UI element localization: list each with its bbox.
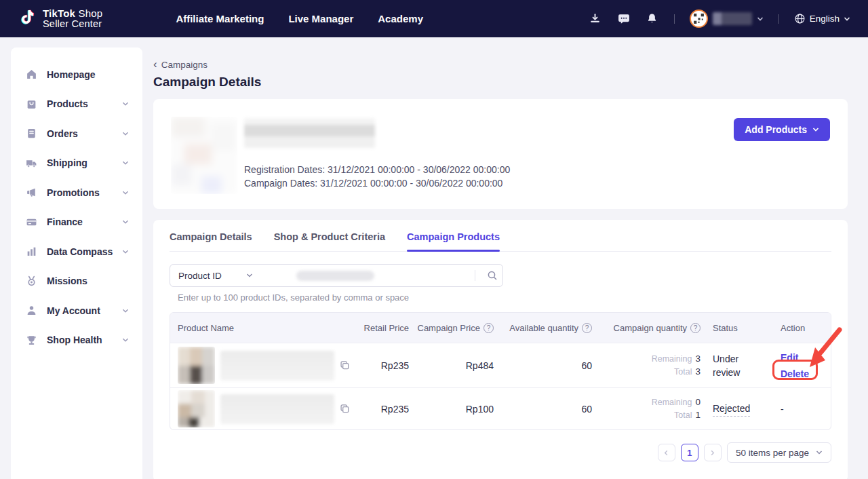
- avatar: [690, 9, 708, 28]
- campaign-price: Rp100: [409, 404, 494, 415]
- campaign-quantity: Remaining3 Total3: [592, 353, 701, 377]
- pagination: 1 50 items per page: [170, 442, 831, 463]
- tiktok-shop-logo[interactable]: TikTok Shop Seller Center: [18, 7, 102, 30]
- chevron-down-icon: [122, 337, 129, 343]
- product-thumbnail-blur: [178, 347, 215, 384]
- breadcrumb-campaigns: Campaigns: [161, 60, 208, 70]
- edit-link[interactable]: Edit: [781, 350, 798, 365]
- divider: [778, 14, 779, 24]
- help-icon[interactable]: ?: [690, 323, 701, 333]
- next-page-button[interactable]: [704, 444, 722, 461]
- sidebar-item-products[interactable]: Products: [11, 90, 142, 119]
- chevron-down-icon: [122, 100, 129, 107]
- search-row: Product ID Enter up to 100 product IDs, …: [170, 264, 831, 303]
- chevron-right-icon: [709, 450, 715, 456]
- chevron-down-icon: [122, 159, 129, 166]
- status-cell: Rejected: [701, 402, 762, 417]
- nav-academy[interactable]: Academy: [378, 13, 423, 24]
- language-switcher[interactable]: English: [794, 13, 850, 24]
- campaign-summary-card: Registration Dates: 31/12/2021 00:00:00 …: [153, 99, 848, 209]
- main-content: ‹ Campaigns Campaign Details Registratio…: [153, 47, 848, 479]
- sidebar-item-finance[interactable]: Finance: [11, 208, 142, 237]
- table-row: Rp235 Rp100 60 Remaining0 Total1 Rejecte…: [170, 387, 831, 429]
- search-button[interactable]: [482, 265, 502, 286]
- help-icon[interactable]: ?: [484, 323, 494, 333]
- table-row: Rp235 Rp484 60 Remaining3 Total3 Under r…: [170, 343, 831, 387]
- col-campaign-price: Campaign Price?: [409, 323, 494, 333]
- copy-icon[interactable]: [340, 360, 350, 370]
- chevron-down-icon: [812, 126, 819, 133]
- sidebar: Homepage Products Orders Shipping Promot…: [11, 47, 142, 479]
- home-icon: [26, 69, 37, 80]
- action-cell: Edit Delete: [762, 350, 831, 381]
- status-cell: Under review: [701, 352, 762, 379]
- username-redacted: [713, 12, 752, 25]
- tab-campaign-products[interactable]: Campaign Products: [407, 231, 500, 251]
- copy-icon[interactable]: [340, 404, 350, 414]
- col-available-quantity: Available quantity?: [494, 323, 592, 333]
- logo-text: TikTok Shop Seller Center: [43, 8, 102, 29]
- sidebar-item-shipping[interactable]: Shipping: [11, 149, 142, 178]
- page-number-button[interactable]: 1: [681, 444, 698, 461]
- chevron-down-icon: [122, 189, 129, 196]
- nav-affiliate-marketing[interactable]: Affiliate Marketing: [176, 13, 264, 24]
- page-size-select[interactable]: 50 items per page: [727, 442, 831, 463]
- tab-shop-product-criteria[interactable]: Shop & Product Criteria: [274, 231, 385, 251]
- col-status: Status: [701, 323, 762, 333]
- orders-icon: [26, 128, 37, 139]
- sidebar-item-missions[interactable]: Missions: [11, 267, 142, 296]
- search-filter-select[interactable]: Product ID: [170, 271, 256, 281]
- tiktok-note-icon: [18, 7, 37, 30]
- chevron-down-icon: [757, 16, 764, 22]
- tab-bar: Campaign Details Shop & Product Criteria…: [170, 220, 831, 252]
- truck-icon: [26, 157, 37, 169]
- top-navbar: TikTok Shop Seller Center Affiliate Mark…: [0, 0, 868, 37]
- megaphone-icon: [26, 187, 37, 198]
- col-retail-price: Retail Price: [358, 323, 409, 333]
- help-icon[interactable]: ?: [582, 323, 592, 333]
- primary-nav: Affiliate Marketing Live Manager Academy: [176, 13, 423, 24]
- tab-campaign-details[interactable]: Campaign Details: [170, 231, 252, 251]
- action-placeholder: -: [781, 404, 784, 415]
- account-menu[interactable]: [690, 9, 764, 28]
- add-products-button[interactable]: Add Products: [734, 118, 830, 141]
- globe-icon: [794, 13, 806, 24]
- search-value-redacted: [296, 271, 374, 281]
- product-cell: [170, 390, 358, 427]
- col-action: Action: [762, 323, 831, 333]
- product-search-box[interactable]: Product ID: [170, 264, 503, 287]
- trophy-icon: [26, 334, 37, 346]
- prev-page-button[interactable]: [658, 444, 675, 461]
- chevron-left-icon: ‹: [153, 58, 157, 70]
- registration-dates: Registration Dates: 31/12/2021 00:00:00 …: [244, 163, 510, 176]
- sidebar-item-orders[interactable]: Orders: [11, 119, 142, 149]
- nav-live-manager[interactable]: Live Manager: [288, 13, 353, 24]
- sidebar-item-data-compass[interactable]: Data Compass: [11, 237, 142, 267]
- page-title: Campaign Details: [153, 75, 848, 90]
- status-rejected[interactable]: Rejected: [713, 402, 750, 417]
- navbar-right: English: [589, 9, 850, 28]
- sidebar-item-promotions[interactable]: Promotions: [11, 178, 142, 208]
- user-icon: [26, 305, 37, 316]
- breadcrumb[interactable]: ‹ Campaigns: [153, 60, 208, 70]
- campaign-thumbnail-blur: [171, 117, 237, 194]
- chevron-down-icon: [122, 218, 129, 225]
- product-name-redacted: [220, 351, 334, 381]
- chevron-down-icon: [844, 16, 850, 22]
- download-icon[interactable]: [589, 12, 602, 26]
- products-icon: [26, 98, 37, 110]
- sidebar-item-homepage[interactable]: Homepage: [11, 60, 142, 90]
- product-name-redacted: [220, 394, 334, 424]
- col-product-name: Product Name: [170, 323, 358, 333]
- bell-icon[interactable]: [646, 12, 659, 26]
- chevron-down-icon: [122, 130, 129, 137]
- available-quantity: 60: [494, 404, 592, 415]
- col-campaign-quantity: Campaign quantity?: [592, 323, 701, 333]
- product-thumbnail-blur: [178, 390, 215, 427]
- sidebar-item-my-account[interactable]: My Account: [11, 296, 142, 326]
- delete-link[interactable]: Delete: [781, 366, 809, 381]
- divider: [475, 270, 475, 281]
- sidebar-item-shop-health[interactable]: Shop Health: [11, 326, 142, 356]
- chat-icon[interactable]: [617, 12, 631, 26]
- retail-price: Rp235: [358, 404, 409, 415]
